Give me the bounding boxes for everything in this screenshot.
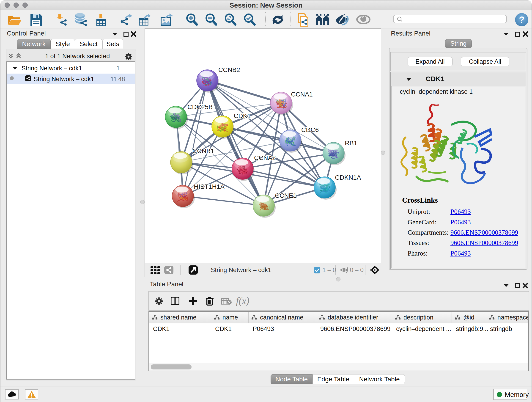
svg-text:CCNA2: CCNA2 xyxy=(254,154,276,161)
svg-text:RB1: RB1 xyxy=(345,140,357,147)
svg-text:CCNB2: CCNB2 xyxy=(218,66,240,73)
svg-text:CCNB1: CCNB1 xyxy=(192,147,214,154)
svg-text:CDKN1A: CDKN1A xyxy=(335,174,361,181)
svg-text:CCNA1: CCNA1 xyxy=(291,91,313,98)
svg-text:CDC25B: CDC25B xyxy=(187,103,213,110)
svg-text:CCNE1: CCNE1 xyxy=(275,192,297,199)
svg-text:CDK1: CDK1 xyxy=(234,112,251,119)
svg-text:CDC6: CDC6 xyxy=(301,126,319,133)
svg-text:HIST1H1A: HIST1H1A xyxy=(194,183,225,190)
